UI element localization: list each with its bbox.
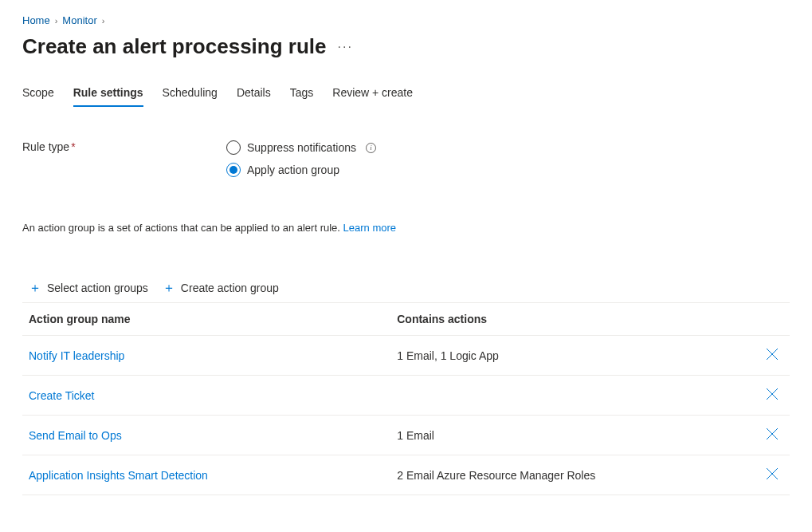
- close-icon: [766, 428, 779, 443]
- remove-button[interactable]: [763, 464, 782, 486]
- radio-icon: [226, 140, 241, 155]
- close-icon: [766, 467, 779, 483]
- table-row: Create Ticket: [22, 376, 790, 416]
- table-row: Application Insights Smart Detection2 Em…: [22, 455, 790, 495]
- chevron-right-icon: ›: [55, 16, 58, 26]
- tab-review-create[interactable]: Review + create: [332, 86, 413, 107]
- column-header-contains: Contains actions: [390, 303, 755, 336]
- remove-cell: [755, 455, 790, 495]
- action-group-link[interactable]: Send Email to Ops: [29, 429, 122, 442]
- chevron-right-icon: ›: [102, 16, 105, 26]
- plus-icon: ＋: [163, 282, 175, 294]
- action-group-name-cell: Application Insights Smart Detection: [22, 455, 390, 495]
- remove-cell: [755, 376, 790, 416]
- description-text: An action group is a set of actions that…: [22, 222, 340, 234]
- action-group-link[interactable]: Create Ticket: [29, 389, 94, 402]
- close-icon: [766, 348, 779, 363]
- page-title: Create an alert processing rule: [22, 34, 326, 59]
- remove-button[interactable]: [763, 384, 782, 406]
- action-group-link[interactable]: Notify IT leadership: [29, 349, 124, 362]
- rule-type-field: Rule type* Suppress notifications i Appl…: [22, 140, 790, 177]
- description: An action group is a set of actions that…: [22, 222, 790, 234]
- action-group-link[interactable]: Application Insights Smart Detection: [29, 469, 208, 482]
- close-icon: [766, 388, 779, 403]
- tab-tags[interactable]: Tags: [290, 86, 314, 107]
- create-action-group-label: Create action group: [181, 282, 279, 294]
- contains-actions-cell: [390, 376, 755, 416]
- tab-details[interactable]: Details: [237, 86, 271, 107]
- tabs: Scope Rule settings Scheduling Details T…: [22, 86, 790, 107]
- breadcrumb-home[interactable]: Home: [22, 14, 50, 26]
- radio-apply-action-group[interactable]: Apply action group: [226, 163, 376, 177]
- action-group-name-cell: Create Ticket: [22, 376, 390, 416]
- plus-icon: ＋: [29, 282, 41, 294]
- action-group-name-cell: Notify IT leadership: [22, 336, 390, 376]
- create-action-group-button[interactable]: ＋ Create action group: [161, 278, 280, 298]
- tab-rule-settings[interactable]: Rule settings: [73, 86, 143, 107]
- tab-scheduling[interactable]: Scheduling: [163, 86, 218, 107]
- info-icon[interactable]: i: [366, 143, 376, 153]
- radio-label: Suppress notifications: [247, 141, 356, 154]
- remove-button[interactable]: [763, 424, 782, 446]
- table-row: Notify IT leadership1 Email, 1 Logic App: [22, 336, 790, 376]
- action-group-name-cell: Send Email to Ops: [22, 416, 390, 455]
- table-row: Send Email to Ops1 Email: [22, 416, 790, 455]
- contains-actions-cell: 1 Email: [390, 416, 755, 455]
- more-actions-button[interactable]: ···: [337, 40, 352, 54]
- rule-type-radios: Suppress notifications i Apply action gr…: [226, 140, 376, 177]
- radio-label: Apply action group: [247, 164, 339, 176]
- action-groups-table: Action group name Contains actions Notif…: [22, 302, 790, 495]
- rule-type-label-text: Rule type: [22, 140, 69, 153]
- required-mark: *: [71, 140, 75, 153]
- rule-type-label: Rule type*: [22, 140, 226, 153]
- contains-actions-cell: 1 Email, 1 Logic App: [390, 336, 755, 376]
- breadcrumb: Home › Monitor ›: [22, 14, 790, 26]
- column-header-remove: [755, 303, 790, 336]
- remove-cell: [755, 416, 790, 455]
- learn-more-link[interactable]: Learn more: [343, 222, 396, 234]
- radio-suppress-notifications[interactable]: Suppress notifications i: [226, 140, 376, 155]
- radio-icon-selected: [226, 163, 241, 177]
- select-action-groups-label: Select action groups: [47, 282, 148, 294]
- remove-button[interactable]: [763, 345, 782, 366]
- remove-cell: [755, 336, 790, 376]
- action-group-toolbar: ＋ Select action groups ＋ Create action g…: [22, 278, 790, 298]
- tab-scope[interactable]: Scope: [22, 86, 54, 107]
- column-header-name: Action group name: [22, 303, 390, 336]
- contains-actions-cell: 2 Email Azure Resource Manager Roles: [390, 455, 755, 495]
- radio-dot-icon: [229, 166, 237, 174]
- select-action-groups-button[interactable]: ＋ Select action groups: [27, 278, 150, 298]
- title-row: Create an alert processing rule ···: [22, 34, 790, 59]
- breadcrumb-monitor[interactable]: Monitor: [62, 14, 96, 26]
